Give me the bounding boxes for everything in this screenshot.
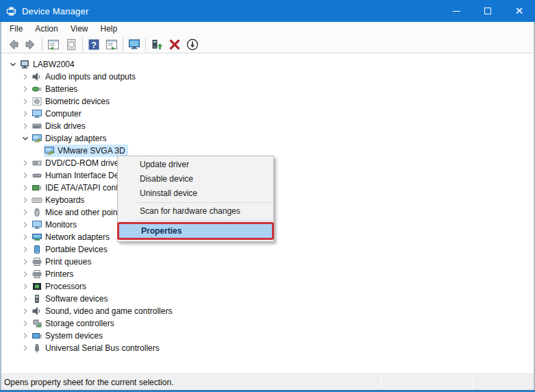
tree-item-biometric-devices[interactable]: Biometric devices bbox=[1, 95, 534, 108]
monitor-icon bbox=[32, 220, 42, 230]
chevron-right-icon[interactable] bbox=[19, 120, 32, 132]
context-menu-item-scan-for-hardware-changes[interactable]: Scan for hardware changes bbox=[118, 204, 273, 219]
tree-item-audio-inputs-and-outputs[interactable]: Audio inputs and outputs bbox=[1, 71, 534, 83]
tree-item-content[interactable]: Processors bbox=[32, 280, 89, 293]
tree-item-content[interactable]: Network adapters bbox=[32, 231, 112, 243]
tree-item-system-devices[interactable]: System devices bbox=[1, 330, 534, 342]
chevron-right-icon[interactable] bbox=[19, 305, 32, 317]
chevron-right-icon[interactable] bbox=[19, 219, 32, 231]
chevron-right-icon[interactable] bbox=[19, 243, 32, 256]
chevron-right-icon[interactable] bbox=[19, 194, 32, 206]
minimize-button[interactable] bbox=[440, 0, 472, 22]
console-tree-button[interactable] bbox=[45, 36, 62, 53]
tree-item-content[interactable]: Portable Devices bbox=[32, 243, 110, 256]
menubar-item-action[interactable]: Action bbox=[29, 23, 64, 35]
uninstall-device-button[interactable] bbox=[166, 36, 184, 53]
properties-page-button[interactable] bbox=[62, 36, 80, 53]
context-menu-item-properties[interactable]: Properties bbox=[119, 224, 272, 238]
menubar-item-file[interactable]: File bbox=[3, 23, 29, 35]
tree-item-universal-serial-bus-controllers[interactable]: Universal Serial Bus controllers bbox=[1, 342, 534, 354]
menubar-item-help[interactable]: Help bbox=[95, 23, 124, 35]
tree-item-portable-devices[interactable]: Portable Devices bbox=[1, 243, 534, 256]
chevron-right-icon[interactable] bbox=[19, 108, 32, 120]
tree-item-content[interactable]: LABW2004 bbox=[19, 58, 77, 71]
tree-item-batteries[interactable]: Batteries bbox=[1, 83, 534, 95]
chevron-right-icon[interactable] bbox=[19, 231, 32, 243]
network-icon bbox=[32, 232, 42, 242]
tree-item-processors[interactable]: Processors bbox=[1, 280, 534, 293]
tree-item-labw2004[interactable]: LABW2004 bbox=[1, 58, 534, 71]
tree-item-content[interactable]: Computer bbox=[32, 108, 84, 120]
tree-item-content[interactable]: Monitors bbox=[32, 219, 79, 231]
tree-item-content[interactable]: Audio inputs and outputs bbox=[32, 71, 138, 83]
tree-item-content[interactable]: Display adapters bbox=[32, 132, 109, 145]
tree-item-software-devices[interactable]: Software devices bbox=[1, 293, 534, 305]
tree-item-computer[interactable]: Computer bbox=[1, 108, 534, 120]
context-menu-item-disable-device[interactable]: Disable device bbox=[118, 172, 273, 186]
chevron-right-icon[interactable] bbox=[19, 206, 32, 219]
chevron-right-icon[interactable] bbox=[19, 95, 32, 108]
disk-icon bbox=[32, 121, 42, 131]
tree-item-content[interactable]: DVD/CD-ROM drives bbox=[32, 157, 125, 169]
tree-item-label: Print queues bbox=[45, 256, 91, 268]
tree-item-display-adapters[interactable]: Display adapters bbox=[1, 132, 534, 145]
fingerprint-icon bbox=[32, 97, 42, 106]
svg-text:?: ? bbox=[91, 40, 97, 49]
tree-item-content[interactable]: Keyboards bbox=[32, 194, 87, 206]
statusbar-cell bbox=[382, 374, 473, 390]
statusbar-text: Opens property sheet for the current sel… bbox=[1, 378, 381, 387]
tree-item-content[interactable]: Storage controllers bbox=[32, 317, 117, 330]
storage-icon bbox=[32, 319, 42, 328]
close-icon: ✕ bbox=[515, 6, 524, 16]
chevron-right-icon[interactable] bbox=[19, 317, 32, 330]
action-pane-button[interactable] bbox=[103, 36, 121, 53]
tree-item-content[interactable]: Print queues bbox=[32, 256, 94, 268]
action-pane-icon bbox=[105, 38, 119, 51]
tree-item-content[interactable]: Batteries bbox=[32, 83, 80, 95]
tree-item-content[interactable]: Disk drives bbox=[32, 120, 88, 132]
chevron-right-icon[interactable] bbox=[19, 83, 32, 95]
chevron-right-icon[interactable] bbox=[19, 71, 32, 83]
forward-button[interactable] bbox=[22, 36, 40, 53]
context-menu-item-update-driver[interactable]: Update driver bbox=[118, 158, 273, 172]
context-menu-item-uninstall-device[interactable]: Uninstall device bbox=[118, 186, 273, 201]
chevron-right-icon[interactable] bbox=[19, 169, 32, 182]
properties-page-icon bbox=[64, 38, 78, 51]
tree-item-label: Sound, video and game controllers bbox=[45, 305, 172, 317]
chevron-right-icon[interactable] bbox=[19, 280, 32, 293]
tree-item-content[interactable]: VMware SVGA 3D bbox=[44, 145, 128, 157]
console-tree-icon bbox=[47, 38, 60, 51]
tree-item-print-queues[interactable]: Print queues bbox=[1, 256, 534, 268]
window-border-left bbox=[0, 22, 1, 392]
tree-item-content[interactable]: Universal Serial Bus controllers bbox=[32, 342, 162, 354]
chevron-right-icon[interactable] bbox=[19, 182, 32, 194]
window-title: Device Manager bbox=[22, 6, 88, 16]
scan-hardware-button[interactable] bbox=[125, 36, 143, 53]
tree-item-content[interactable]: Software devices bbox=[32, 293, 110, 305]
disable-device-button[interactable] bbox=[184, 36, 201, 53]
back-button[interactable] bbox=[4, 36, 22, 53]
usb-icon bbox=[32, 343, 42, 353]
tree-item-sound-video-and-game-controllers[interactable]: Sound, video and game controllers bbox=[1, 305, 534, 317]
chevron-right-icon[interactable] bbox=[19, 330, 32, 342]
tree-item-printers[interactable]: Printers bbox=[1, 268, 534, 280]
close-button[interactable]: ✕ bbox=[503, 0, 535, 22]
tree-item-content[interactable]: Biometric devices bbox=[32, 95, 112, 108]
chevron-right-icon[interactable] bbox=[19, 157, 32, 169]
maximize-button[interactable] bbox=[472, 0, 503, 22]
chevron-right-icon[interactable] bbox=[19, 342, 32, 354]
chevron-right-icon[interactable] bbox=[19, 256, 32, 268]
chevron-down-icon[interactable] bbox=[19, 132, 32, 145]
help-button[interactable]: ? bbox=[85, 36, 103, 53]
chevron-right-icon[interactable] bbox=[19, 268, 32, 280]
software-icon bbox=[32, 294, 42, 304]
chevron-down-icon[interactable] bbox=[7, 58, 19, 71]
tree-item-content[interactable]: Printers bbox=[32, 268, 76, 280]
tree-item-content[interactable]: System devices bbox=[32, 330, 105, 342]
tree-item-content[interactable]: Sound, video and game controllers bbox=[32, 305, 175, 317]
update-driver-button[interactable] bbox=[148, 36, 166, 53]
tree-item-disk-drives[interactable]: Disk drives bbox=[1, 120, 534, 132]
chevron-right-icon[interactable] bbox=[19, 293, 32, 305]
menubar-item-view[interactable]: View bbox=[64, 23, 95, 35]
tree-item-storage-controllers[interactable]: Storage controllers bbox=[1, 317, 534, 330]
